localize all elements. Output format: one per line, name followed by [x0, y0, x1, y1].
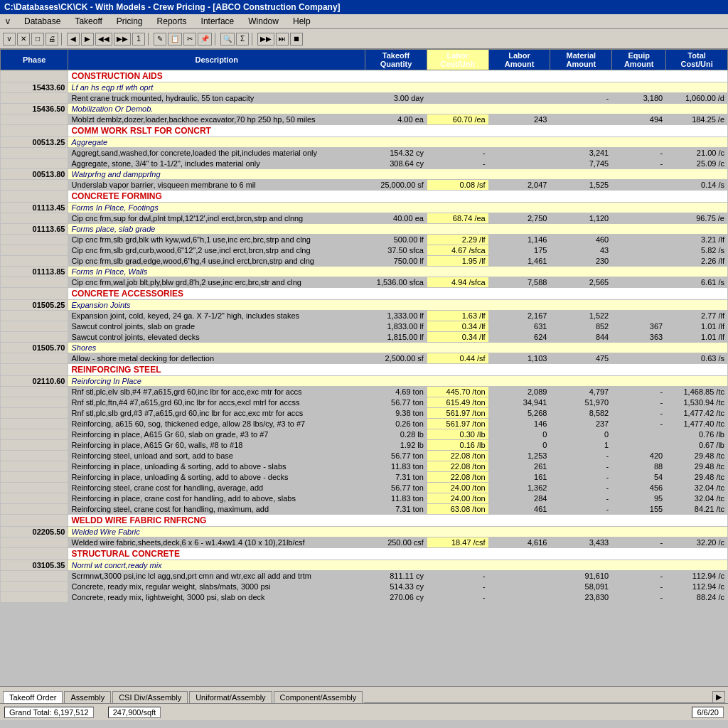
table-row[interactable]: Welded wire fabric,sheets,deck,6 x 6 - w… [1, 537, 728, 548]
menu-interface[interactable]: Interface [198, 16, 237, 27]
table-row[interactable]: Underslab vapor barrier, visqueen membra… [1, 180, 728, 191]
labor-amt-cell: 161 [488, 472, 550, 483]
btn-prev[interactable]: ◀ [67, 33, 80, 46]
table-row[interactable]: Moblzt demblz,dozer,loader,backhoe excav… [1, 114, 728, 125]
phase-cell [1, 592, 68, 603]
table-row[interactable]: Expansion joint, cold, keyed, 24 ga. X 7… [1, 311, 728, 321]
menu-reports[interactable]: Reports [154, 16, 190, 27]
table-row[interactable]: Sawcut control joints, elevated decks 1,… [1, 332, 728, 343]
table-row[interactable]: Rnf stl,plc,ftn,#4 #7,a615,grd 60,inc lb… [1, 397, 728, 408]
menu-v[interactable]: v [3, 16, 13, 27]
btn-copy[interactable]: 📋 [168, 33, 182, 46]
toolbar: v ✕ □ 🖨 ◀ ▶ ◀◀ ▶▶ 1 ✎ 📋 ✂ 📌 🔍 Σ ▶▶ ⏭ ⏹ [0, 29, 728, 49]
menu-window[interactable]: Window [245, 16, 282, 27]
material-cell: 1,522 [550, 311, 612, 321]
btn-first[interactable]: ◀◀ [95, 33, 112, 46]
phase-cell: 02205.50 [1, 527, 68, 537]
col-takeoff-qty: TakeoffQuantity [365, 50, 427, 70]
btn-sum[interactable]: Σ [236, 33, 249, 46]
btn-paste[interactable]: 📌 [198, 33, 212, 46]
phase-cell [1, 321, 68, 332]
subsection-label: Expansion Joints [68, 300, 728, 311]
btn-ff[interactable]: ▶▶ [257, 33, 274, 46]
qty-cell: 4.00 ea [365, 114, 427, 125]
btn-last[interactable]: ▶▶ [114, 33, 131, 46]
btn-max[interactable]: □ [31, 33, 44, 46]
table-row[interactable]: Cip cnc frm,wal,job blt,ply,blw grd,8'h,… [1, 277, 728, 288]
qty-cell: 37.50 sfca [365, 245, 427, 256]
menu-help[interactable]: Help [290, 16, 314, 27]
menu-database[interactable]: Database [21, 16, 63, 27]
table-row[interactable]: Aggregt,sand,washed,for concrete,loaded … [1, 148, 728, 159]
scroll-right[interactable]: ▶ [712, 691, 725, 703]
btn-next[interactable]: ▶ [81, 33, 94, 46]
table-row: REINFORCING STEEL [1, 364, 728, 376]
btn-v[interactable]: v [3, 33, 16, 46]
subsection-label: Mobilization Or Demob. [68, 104, 728, 114]
labor-amt-cell: 2,047 [488, 180, 550, 191]
table-row[interactable]: Reinforcing in place, A615 Gr 60, walls,… [1, 440, 728, 451]
btn-edit[interactable]: ✎ [154, 33, 166, 46]
desc-cell: Aggregate, stone, 3/4" to 1-1/2", includ… [68, 159, 365, 169]
total-cell: 29.48 /tc [666, 461, 728, 472]
btn-print[interactable]: 🖨 [46, 33, 58, 46]
table-row[interactable]: Rnf stl,plc,slb grd,#3 #7,a615,grd 60,in… [1, 408, 728, 419]
total-cell: 32.04 /tc [666, 493, 728, 504]
table-row: 15436.50 Mobilization Or Demob. [1, 104, 728, 114]
table-row[interactable]: Cip cnc frm,sup for dwl,plnt tmpl,12'12'… [1, 213, 728, 224]
equip-cell: 456 [612, 483, 666, 493]
table-row[interactable]: Reinforcing in place, A615 Gr 60, slab o… [1, 429, 728, 440]
table-row[interactable]: Reinforcing in place, crane cost for han… [1, 493, 728, 504]
table-row: CONCRETE ACCESSORIES [1, 288, 728, 300]
total-cell: 96.75 /e [666, 213, 728, 224]
table-row[interactable]: Cip cnc frm,slb grd,blk wth kyw,wd,6"h,1… [1, 235, 728, 245]
tab-csi-div[interactable]: CSI Div/Assembly [112, 691, 188, 703]
qty-cell: 1,333.00 lf [365, 311, 427, 321]
table-row[interactable]: Rent crane truck mounted, hydraulic, 55 … [1, 93, 728, 104]
table-row[interactable]: Reinforcing, a615 60, sog, thickened edg… [1, 419, 728, 429]
table-row[interactable]: Reinforcing steel, crane cost for handli… [1, 483, 728, 493]
labor-amt-cell: 175 [488, 245, 550, 256]
table-row[interactable]: Cip cnc frm,slb grd,curb,wood,6"12",2 us… [1, 245, 728, 256]
table-row[interactable]: Reinforcing steel, unload and sort, add … [1, 451, 728, 461]
table-row[interactable]: Scrmnwt,3000 psi,inc lcl agg,snd,prt cmn… [1, 571, 728, 582]
total-cell: 84.21 /tc [666, 504, 728, 515]
btn-end[interactable]: ⏭ [276, 33, 289, 46]
labor-cost-cell: 24.00 /ton [427, 493, 488, 504]
phase-cell [1, 387, 68, 397]
tab-uniformat[interactable]: Uniformat/Assembly [189, 691, 272, 703]
table-row[interactable]: Rnf stl,plc,elv slb,#4 #7,a615,grd 60,in… [1, 387, 728, 397]
table-row[interactable]: Reinforcing in place, unloading & sortin… [1, 461, 728, 472]
desc-cell: Rent crane truck mounted, hydraulic, 55 … [68, 93, 365, 104]
table-row: 03105.35 Norml wt concrt,ready mix [1, 560, 728, 571]
labor-cost-cell: - [427, 571, 488, 582]
menu-takeoff[interactable]: Takeoff [72, 16, 105, 27]
tab-component[interactable]: Component/Assembly [274, 691, 363, 703]
btn-1[interactable]: 1 [132, 33, 145, 46]
btn-stop[interactable]: ⏹ [290, 33, 303, 46]
table-row[interactable]: Concrete, ready mix, lightweight, 3000 p… [1, 592, 728, 603]
main-table-container: Phase Description TakeoffQuantity LaborC… [0, 49, 728, 686]
qty-cell: 7.31 ton [365, 472, 427, 483]
table-row[interactable]: Cip cnc frm,slb grad,edge,wood,6"hg,4 us… [1, 256, 728, 267]
btn-cut[interactable]: ✂ [183, 33, 196, 46]
tab-assembly[interactable]: Assembly [64, 691, 111, 703]
table-row[interactable]: Reinforcing steel, crane cost for handli… [1, 504, 728, 515]
menu-pricing[interactable]: Pricing [114, 16, 146, 27]
total-cell: 5.82 /s [666, 245, 728, 256]
tab-takeoff-order[interactable]: Takeoff Order [3, 691, 63, 703]
labor-cost-cell: 0.08 /sf [427, 180, 488, 191]
table-row[interactable]: Sawcut control joints, slab on grade 1,8… [1, 321, 728, 332]
table-row[interactable]: Reinforcing in place, unloading & sortin… [1, 472, 728, 483]
phase-cell [1, 114, 68, 125]
labor-cost-cell: 0.16 /lb [427, 440, 488, 451]
total-cell: 1,477.40 /tc [666, 419, 728, 429]
material-cell: 2,565 [550, 277, 612, 288]
btn-close[interactable]: ✕ [17, 33, 30, 46]
qty-cell: 0.28 lb [365, 429, 427, 440]
btn-search[interactable]: 🔍 [220, 33, 235, 46]
table-row[interactable]: Concrete, ready mix, regular weight, sla… [1, 582, 728, 592]
desc-cell: Reinforcing in place, unloading & sortin… [68, 472, 365, 483]
table-row[interactable]: Allow - shore metal decking for deflecti… [1, 353, 728, 364]
table-row[interactable]: Aggregate, stone, 3/4" to 1-1/2", includ… [1, 159, 728, 169]
